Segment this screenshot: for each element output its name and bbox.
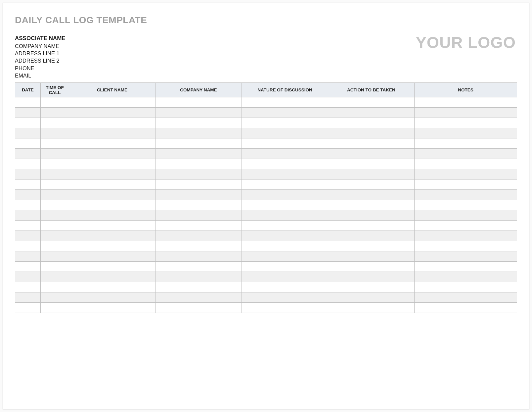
cell-company[interactable] bbox=[155, 180, 242, 190]
cell-client[interactable] bbox=[69, 251, 155, 262]
cell-client[interactable] bbox=[69, 272, 155, 282]
cell-action[interactable] bbox=[328, 159, 415, 169]
cell-date[interactable] bbox=[15, 128, 41, 138]
cell-action[interactable] bbox=[328, 262, 415, 272]
cell-client[interactable] bbox=[69, 190, 155, 200]
cell-client[interactable] bbox=[69, 210, 155, 221]
cell-date[interactable] bbox=[15, 272, 41, 282]
cell-nature[interactable] bbox=[242, 108, 328, 118]
cell-nature[interactable] bbox=[242, 231, 328, 241]
cell-nature[interactable] bbox=[242, 190, 328, 200]
cell-time[interactable] bbox=[41, 138, 69, 149]
cell-time[interactable] bbox=[41, 241, 69, 251]
cell-client[interactable] bbox=[69, 282, 155, 292]
cell-action[interactable] bbox=[328, 241, 415, 251]
cell-client[interactable] bbox=[69, 149, 155, 159]
cell-time[interactable] bbox=[41, 282, 69, 292]
cell-time[interactable] bbox=[41, 149, 69, 159]
cell-nature[interactable] bbox=[242, 221, 328, 231]
cell-date[interactable] bbox=[15, 138, 41, 149]
cell-time[interactable] bbox=[41, 272, 69, 282]
cell-company[interactable] bbox=[155, 241, 242, 251]
cell-action[interactable] bbox=[328, 190, 415, 200]
cell-company[interactable] bbox=[155, 149, 242, 159]
cell-notes[interactable] bbox=[415, 128, 517, 138]
cell-nature[interactable] bbox=[242, 200, 328, 210]
cell-action[interactable] bbox=[328, 169, 415, 180]
cell-client[interactable] bbox=[69, 241, 155, 251]
cell-company[interactable] bbox=[155, 282, 242, 292]
cell-action[interactable] bbox=[328, 97, 415, 108]
cell-notes[interactable] bbox=[415, 231, 517, 241]
cell-nature[interactable] bbox=[242, 149, 328, 159]
cell-time[interactable] bbox=[41, 159, 69, 169]
cell-notes[interactable] bbox=[415, 138, 517, 149]
cell-date[interactable] bbox=[15, 303, 41, 313]
cell-date[interactable] bbox=[15, 241, 41, 251]
cell-notes[interactable] bbox=[415, 200, 517, 210]
cell-time[interactable] bbox=[41, 303, 69, 313]
cell-notes[interactable] bbox=[415, 272, 517, 282]
cell-client[interactable] bbox=[69, 128, 155, 138]
cell-time[interactable] bbox=[41, 200, 69, 210]
cell-company[interactable] bbox=[155, 128, 242, 138]
cell-company[interactable] bbox=[155, 200, 242, 210]
cell-date[interactable] bbox=[15, 221, 41, 231]
cell-notes[interactable] bbox=[415, 108, 517, 118]
cell-notes[interactable] bbox=[415, 169, 517, 180]
cell-date[interactable] bbox=[15, 108, 41, 118]
cell-client[interactable] bbox=[69, 118, 155, 128]
cell-nature[interactable] bbox=[242, 138, 328, 149]
cell-time[interactable] bbox=[41, 97, 69, 108]
cell-nature[interactable] bbox=[242, 303, 328, 313]
cell-notes[interactable] bbox=[415, 159, 517, 169]
cell-nature[interactable] bbox=[242, 272, 328, 282]
cell-nature[interactable] bbox=[242, 282, 328, 292]
cell-company[interactable] bbox=[155, 190, 242, 200]
cell-nature[interactable] bbox=[242, 180, 328, 190]
cell-date[interactable] bbox=[15, 118, 41, 128]
cell-action[interactable] bbox=[328, 118, 415, 128]
cell-action[interactable] bbox=[328, 138, 415, 149]
cell-time[interactable] bbox=[41, 221, 69, 231]
cell-notes[interactable] bbox=[415, 303, 517, 313]
cell-company[interactable] bbox=[155, 138, 242, 149]
cell-date[interactable] bbox=[15, 262, 41, 272]
cell-action[interactable] bbox=[328, 200, 415, 210]
cell-notes[interactable] bbox=[415, 241, 517, 251]
cell-nature[interactable] bbox=[242, 97, 328, 108]
cell-notes[interactable] bbox=[415, 190, 517, 200]
cell-action[interactable] bbox=[328, 303, 415, 313]
cell-date[interactable] bbox=[15, 169, 41, 180]
cell-action[interactable] bbox=[328, 251, 415, 262]
cell-company[interactable] bbox=[155, 159, 242, 169]
cell-company[interactable] bbox=[155, 210, 242, 221]
cell-action[interactable] bbox=[328, 221, 415, 231]
cell-notes[interactable] bbox=[415, 251, 517, 262]
cell-nature[interactable] bbox=[242, 241, 328, 251]
cell-action[interactable] bbox=[328, 292, 415, 303]
cell-company[interactable] bbox=[155, 251, 242, 262]
cell-client[interactable] bbox=[69, 138, 155, 149]
cell-date[interactable] bbox=[15, 292, 41, 303]
cell-date[interactable] bbox=[15, 97, 41, 108]
cell-company[interactable] bbox=[155, 272, 242, 282]
cell-time[interactable] bbox=[41, 262, 69, 272]
cell-company[interactable] bbox=[155, 231, 242, 241]
cell-client[interactable] bbox=[69, 108, 155, 118]
cell-client[interactable] bbox=[69, 221, 155, 231]
cell-client[interactable] bbox=[69, 200, 155, 210]
cell-client[interactable] bbox=[69, 159, 155, 169]
cell-action[interactable] bbox=[328, 272, 415, 282]
cell-client[interactable] bbox=[69, 303, 155, 313]
cell-client[interactable] bbox=[69, 180, 155, 190]
cell-time[interactable] bbox=[41, 190, 69, 200]
cell-time[interactable] bbox=[41, 210, 69, 221]
cell-notes[interactable] bbox=[415, 221, 517, 231]
cell-date[interactable] bbox=[15, 231, 41, 241]
cell-nature[interactable] bbox=[242, 118, 328, 128]
cell-time[interactable] bbox=[41, 231, 69, 241]
cell-date[interactable] bbox=[15, 251, 41, 262]
cell-date[interactable] bbox=[15, 200, 41, 210]
cell-notes[interactable] bbox=[415, 97, 517, 108]
